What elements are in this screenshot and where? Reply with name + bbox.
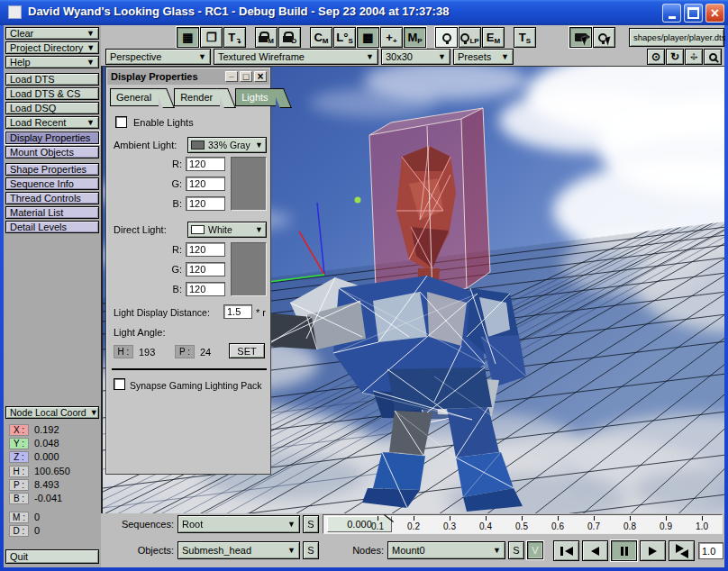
pick-tool-icon[interactable]: T↴ [223,27,246,48]
sequences-label: Sequences: [99,519,174,530]
rotate-icon[interactable]: ↻ [666,49,684,65]
load-dsq-button[interactable]: Load DSQ [5,102,99,114]
ambient-r-input[interactable] [186,157,225,171]
b-chip: B : [9,493,29,504]
enable-lights-label: Enable Lights [133,117,194,128]
timeline-tick: 0.7 [580,516,607,531]
objects-s-button[interactable]: S [303,541,319,559]
chevron-down-icon [497,52,509,61]
zoom-icon[interactable] [704,49,722,65]
emitter-icon[interactable]: EM [482,27,505,48]
dialog-minimize-button[interactable] [225,71,238,82]
sidebar-item-material-list[interactable]: Material List [5,206,99,219]
direct-r-input[interactable] [186,242,225,257]
ambient-b-input[interactable] [186,196,225,211]
coord-mode-dropdown[interactable]: Node Local Coord [5,406,99,419]
mesh-icon[interactable]: ▩ [357,27,379,48]
add-node-icon[interactable]: ++ [380,27,403,48]
ambient-g-input[interactable] [186,177,225,191]
tab-lights[interactable]: Lights [235,88,275,106]
title-bar[interactable]: David Wyand's Looking Glass - RC1 - Debu… [0,0,728,25]
enable-lights-checkbox[interactable] [115,116,127,128]
dialog-close-button[interactable] [254,71,267,82]
divider [112,368,267,370]
dialog-tabs: General Render Lights [110,88,291,106]
presets-dropdown[interactable]: Presets [453,49,514,65]
timeline-tick: 0.2 [400,516,427,531]
lock-detail-icon[interactable]: D [278,27,301,48]
grid-size-dropdown[interactable]: 30x30 [381,49,450,65]
light-angle-label: Light Angle: [114,327,166,338]
sequence-dropdown[interactable]: Root [177,515,300,533]
mount-point-icon[interactable]: MP [404,27,426,48]
app-icon [8,5,22,19]
collision-mesh-icon[interactable]: CM [310,27,332,48]
nodes-v-button[interactable]: V [527,541,543,559]
set-angle-button[interactable]: SET [229,343,265,358]
sidebar-item-thread-controls[interactable]: Thread Controls [5,192,99,204]
menu-project-directory[interactable]: Project Directory [5,41,99,54]
close-button[interactable] [705,4,724,23]
timeline-tick: 0.1 [364,516,391,531]
nodes-dropdown[interactable]: Mount0 [387,541,505,559]
light-distance-input[interactable] [223,304,252,319]
render-mode-dropdown[interactable]: Textured Wireframe [214,49,378,65]
quit-button[interactable]: Quit [5,549,99,564]
timeline[interactable]: 0.000 0.1 0.2 0.3 0.4 0.5 0.6 0.7 0.8 0.… [323,514,723,534]
minimize-button[interactable] [662,4,681,23]
ping-pong-button[interactable] [669,540,695,561]
timeline-tick: 1.0 [688,516,715,531]
tab-general[interactable]: General [110,88,159,106]
objects-dropdown[interactable]: Submesh_head [177,541,300,559]
sidebar-item-mount-objects[interactable]: Mount Objects [5,146,99,159]
light-lp-icon[interactable]: LP [459,27,481,48]
los-collision-icon[interactable]: L°S [333,27,356,48]
load-recent-dropdown[interactable]: Load Recent [5,116,99,129]
load-dts-button[interactable]: Load DTS [5,73,99,86]
chevron-down-icon [83,118,95,127]
direct-color-dropdown[interactable]: White [187,222,267,238]
grid-icon[interactable]: ▦ [177,27,199,48]
speed-input[interactable] [698,542,723,559]
go-to-start-button[interactable] [553,540,579,561]
shape-file-dropdown[interactable]: shapes/player/player.dts [629,28,724,47]
orbit-icon[interactable]: ⊙ [647,49,665,65]
menu-help[interactable]: Help [5,56,99,68]
load-dts-cs-button[interactable]: Load DTS & CS [5,87,99,100]
nodes-s-button[interactable]: S [508,541,524,559]
pan-icon[interactable]: ↔↕ [685,49,703,65]
light-icon[interactable] [435,27,458,48]
direct-b-input[interactable] [186,282,225,296]
ts-icon[interactable]: TS [514,27,536,48]
pause-button[interactable] [611,540,637,561]
view-mode-dropdown[interactable]: Perspective [105,49,211,65]
h-chip: H : [9,466,29,477]
dialog-maximize-button[interactable] [240,71,252,82]
play-button[interactable] [640,540,666,561]
sidebar-item-display-properties[interactable]: Display Properties [5,131,99,144]
light-select-icon[interactable] [593,27,615,48]
lock-mesh-icon[interactable]: M [255,27,278,48]
camera-select-icon[interactable] [569,27,592,48]
ambient-color-dropdown[interactable]: 33% Gray [187,137,267,153]
ambient-color-preview [231,157,267,211]
windows-icon[interactable]: ❐ [200,27,223,48]
display-properties-dialog: Display Properties General Render Lights… [105,67,271,475]
play-backward-button[interactable] [582,540,608,561]
direct-light-label: Direct Light: [114,224,167,235]
direct-g-input[interactable] [186,262,225,276]
sidebar-item-sequence-info[interactable]: Sequence Info [5,177,99,190]
synapse-checkbox[interactable] [114,378,125,390]
sidebar-item-shape-properties[interactable]: Shape Properties [5,163,99,176]
m-value: 0 [34,512,40,522]
sidebar-item-detail-levels[interactable]: Detail Levels [5,221,99,233]
direct-color-preview [231,242,267,296]
maximize-button[interactable] [684,4,703,23]
dialog-title: Display Properties [111,71,198,82]
dialog-title-bar[interactable]: Display Properties [107,68,269,85]
tab-render[interactable]: Render [174,88,220,106]
chevron-down-icon [434,52,446,61]
timeline-tick: 0.6 [544,516,571,531]
menu-clear[interactable]: Clear [5,27,99,40]
sequence-s-button[interactable]: S [303,515,319,533]
